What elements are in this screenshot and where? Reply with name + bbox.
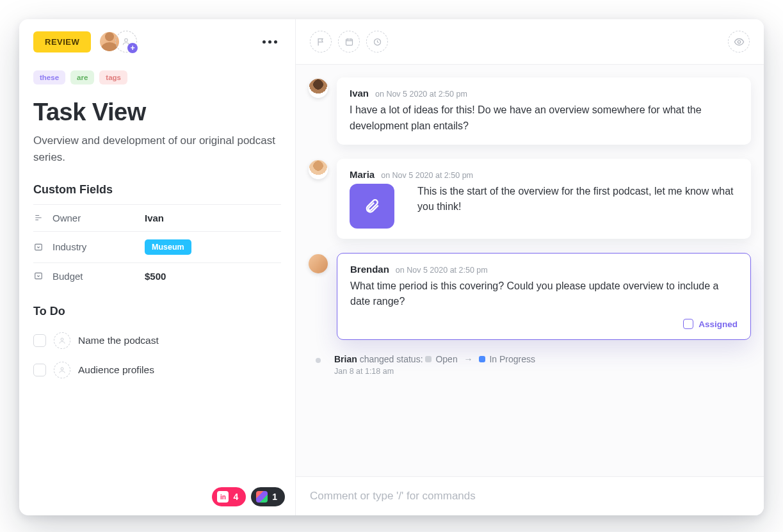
comment-time: on Nov 5 2020 at 2:50 pm xyxy=(375,90,467,99)
status-from: Open xyxy=(425,354,457,364)
event-time: Jan 8 at 1:18 am xyxy=(334,367,535,376)
todo-heading: To Do xyxy=(19,305,295,326)
status-button[interactable]: REVIEW xyxy=(33,31,91,52)
svg-rect-2 xyxy=(35,273,42,279)
comment-body: This is the start of the overview for th… xyxy=(417,184,738,216)
time-tracking-icon[interactable] xyxy=(366,31,388,52)
status-to: In Progress xyxy=(479,354,535,364)
custom-fields: Owner Ivan Industry Museum Budget $500 xyxy=(19,204,295,305)
dropdown-field-icon xyxy=(33,242,44,252)
task-modal: REVIEW + these are tags Task View Overvi… xyxy=(19,19,764,515)
tag[interactable]: are xyxy=(70,70,94,85)
todo-checkbox[interactable] xyxy=(33,334,46,347)
activity-pane: Ivan on Nov 5 2020 at 2:50 pm I have a l… xyxy=(296,19,764,515)
todo-text[interactable]: Audience profiles xyxy=(78,364,154,376)
custom-fields-heading: Custom Fields xyxy=(19,183,295,204)
comment-avatar[interactable] xyxy=(309,254,328,273)
tag[interactable]: these xyxy=(33,70,65,85)
comment: Maria on Nov 5 2020 at 2:50 pm This is t… xyxy=(309,159,751,239)
comment-card-assigned[interactable]: Brendan on Nov 5 2020 at 2:50 pm What ti… xyxy=(337,253,751,341)
assign-todo-button[interactable] xyxy=(54,362,70,378)
tag-list: these are tags xyxy=(19,64,295,85)
comment-body: What time period is this covering? Could… xyxy=(350,278,738,310)
svg-rect-5 xyxy=(346,39,352,45)
priority-flag-icon[interactable] xyxy=(310,31,332,52)
comment-body: I have a lot of ideas for this! Do we ha… xyxy=(350,102,738,134)
field-industry[interactable]: Industry Museum xyxy=(33,231,281,262)
comment-avatar[interactable] xyxy=(309,160,328,179)
attachment-chips: in 4 1 xyxy=(212,487,285,506)
task-details-pane: REVIEW + these are tags Task View Overvi… xyxy=(19,19,296,515)
svg-point-0 xyxy=(125,38,128,42)
comment-time: on Nov 5 2020 at 2:50 pm xyxy=(381,171,473,180)
comment-author: Maria xyxy=(350,169,375,180)
invision-chip[interactable]: in 4 xyxy=(212,487,246,506)
task-header: REVIEW + xyxy=(19,19,295,64)
todo-item: Name the podcast xyxy=(33,326,281,355)
event-dot-icon xyxy=(316,358,321,363)
comment-author: Ivan xyxy=(350,88,369,99)
tag[interactable]: tags xyxy=(99,70,127,85)
text-field-icon xyxy=(33,213,44,223)
arrow-right-icon: → xyxy=(464,354,473,364)
svg-point-3 xyxy=(61,338,63,341)
more-menu-icon[interactable] xyxy=(259,36,281,47)
comment-author: Brendan xyxy=(350,264,389,275)
todo-list: Name the podcast Audience profiles xyxy=(19,326,295,385)
comment: Ivan on Nov 5 2020 at 2:50 pm I have a l… xyxy=(309,77,751,145)
todo-item: Audience profiles xyxy=(33,355,281,385)
status-change-event: Brian changed status: Open → In Progress… xyxy=(309,354,751,376)
dropdown-field-icon xyxy=(33,271,44,281)
industry-badge: Museum xyxy=(145,239,191,255)
assignee-avatars: + xyxy=(99,31,137,52)
watchers-icon[interactable] xyxy=(728,31,750,52)
assigned-badge[interactable]: Assigned xyxy=(350,319,738,329)
activity-feed: Ivan on Nov 5 2020 at 2:50 pm I have a l… xyxy=(296,65,764,476)
comment-composer xyxy=(296,476,764,515)
comment-card[interactable]: Ivan on Nov 5 2020 at 2:50 pm I have a l… xyxy=(337,77,751,145)
assigned-checkbox-icon xyxy=(683,319,693,329)
comment-avatar[interactable] xyxy=(309,79,328,98)
figma-chip[interactable]: 1 xyxy=(251,487,285,506)
task-title[interactable]: Task View xyxy=(19,85,295,133)
field-budget[interactable]: Budget $500 xyxy=(33,262,281,289)
todo-checkbox[interactable] xyxy=(33,364,46,376)
field-owner[interactable]: Owner Ivan xyxy=(33,204,281,231)
event-actor: Brian xyxy=(334,354,357,364)
assign-todo-button[interactable] xyxy=(54,332,70,349)
activity-toolbar xyxy=(296,19,764,65)
comment-card[interactable]: Maria on Nov 5 2020 at 2:50 pm This is t… xyxy=(337,159,751,239)
comment: Brendan on Nov 5 2020 at 2:50 pm What ti… xyxy=(309,253,751,341)
todo-text[interactable]: Name the podcast xyxy=(78,335,159,346)
comment-input[interactable] xyxy=(310,490,750,503)
svg-rect-1 xyxy=(35,244,42,250)
due-date-icon[interactable] xyxy=(338,31,360,52)
attachment-icon[interactable] xyxy=(350,184,394,229)
add-assignee-button[interactable]: + xyxy=(115,31,137,52)
svg-point-4 xyxy=(61,367,63,370)
svg-point-7 xyxy=(738,40,740,43)
task-description[interactable]: Overview and development of our original… xyxy=(19,133,295,183)
comment-time: on Nov 5 2020 at 2:50 pm xyxy=(396,266,488,275)
event-verb: changed status: xyxy=(360,354,423,364)
